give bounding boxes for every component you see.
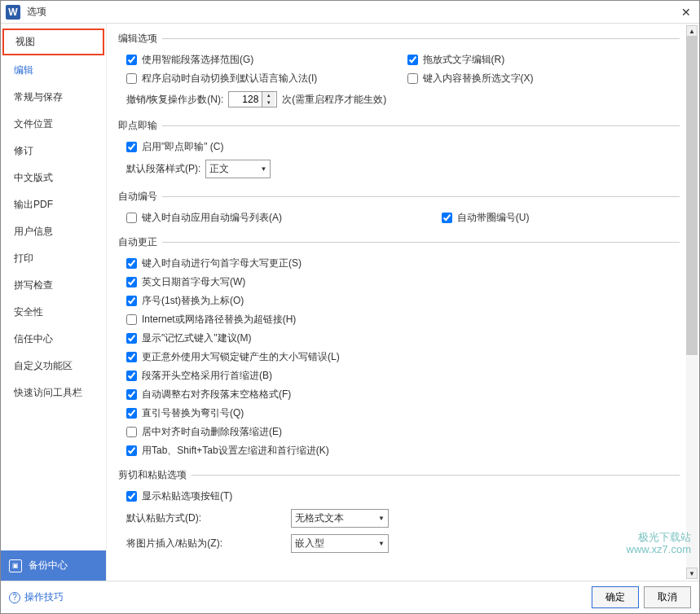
scroll-up-icon[interactable]: ▲ — [686, 25, 698, 37]
chevron-down-icon: ▼ — [260, 165, 266, 173]
group-title-cutpaste: 剪切和粘贴选项 — [118, 468, 187, 482]
cancel-button[interactable]: 取消 — [644, 586, 691, 608]
scroll-down-icon[interactable]: ▼ — [686, 568, 698, 579]
checkbox-apply-list[interactable]: 键入时自动应用自动编号列表(A) — [126, 211, 282, 225]
checkbox-enable-clicktype[interactable]: 启用"即点即输" (C) — [126, 140, 224, 154]
backup-center-button[interactable]: ▣ 备份中心 — [1, 550, 106, 581]
sidebar-item-quicktoolbar[interactable]: 快速访问工具栏 — [1, 379, 106, 406]
sidebar-item-revision[interactable]: 修订 — [1, 138, 106, 164]
sidebar: 视图 编辑 常规与保存 文件位置 修订 中文版式 输出PDF 用户信息 打印 拼… — [1, 24, 107, 581]
sidebar-item-pdf[interactable]: 输出PDF — [1, 191, 106, 218]
undo-steps-input[interactable] — [229, 92, 262, 107]
options-window: W 选项 ✕ 视图 编辑 常规与保存 文件位置 修订 中文版式 输出PDF 用户… — [0, 0, 700, 614]
checkbox-circle-number[interactable]: 自动带圈编号(U) — [442, 211, 530, 225]
undo-label: 撤销/恢复操作步数(N): — [126, 93, 223, 107]
vertical-scrollbar[interactable]: ▲ ▼ — [686, 25, 698, 579]
close-icon[interactable]: ✕ — [678, 4, 694, 20]
default-paste-label: 默认粘贴方式(D): — [126, 511, 240, 525]
window-title: 选项 — [27, 5, 46, 19]
checkbox-straightquotes[interactable]: 直引号替换为弯引号(Q) — [126, 406, 244, 420]
checkbox-memorytype[interactable]: 显示"记忆式键入"建议(M) — [126, 331, 252, 345]
sidebar-item-view[interactable]: 视图 — [2, 29, 104, 55]
sidebar-item-spell[interactable]: 拼写检查 — [1, 272, 106, 299]
group-title-autocorrect: 自动更正 — [118, 235, 157, 249]
sidebar-item-filelocation[interactable]: 文件位置 — [1, 111, 106, 138]
default-style-label: 默认段落样式(P): — [126, 162, 200, 176]
checkbox-adjustspaces[interactable]: 自动调整右对齐段落末空格格式(F) — [126, 388, 291, 401]
app-logo: W — [6, 5, 20, 20]
group-title-clicktype: 即点即输 — [118, 119, 157, 133]
bottom-bar: ? 操作技巧 确定 取消 — [1, 581, 699, 613]
scroll-thumb[interactable] — [686, 37, 698, 355]
sidebar-item-general[interactable]: 常规与保存 — [1, 84, 106, 111]
undo-note: 次(需重启程序才能生效) — [282, 93, 386, 107]
checkbox-show-pastebtn[interactable]: 显示粘贴选项按钮(T) — [126, 489, 232, 503]
checkbox-drag-edit[interactable]: 拖放式文字编辑(R) — [407, 53, 505, 67]
sidebar-item-print[interactable]: 打印 — [1, 245, 106, 272]
content-area: 编辑选项 使用智能段落选择范围(G) 拖放式文字编辑(R) 程序启动时自动切换到… — [107, 24, 699, 581]
group-auto-correct: 自动更正 键入时自动进行句首字母大写更正(S) 英文日期首字母大写(W) 序号(… — [118, 235, 680, 460]
spin-down-icon[interactable]: ▼ — [262, 99, 275, 107]
sidebar-item-edit[interactable]: 编辑 — [1, 57, 106, 84]
chevron-down-icon: ▼ — [378, 515, 385, 522]
checkbox-endate[interactable]: 英文日期首字母大写(W) — [126, 275, 245, 289]
checkbox-smart-select[interactable]: 使用智能段落选择范围(G) — [126, 53, 253, 67]
image-paste-select[interactable]: 嵌入型 ▼ — [291, 534, 389, 553]
checkbox-ime-switch[interactable]: 程序启动时自动切换到默认语言输入法(I) — [126, 72, 317, 86]
backup-icon: ▣ — [9, 559, 22, 572]
group-click-type: 即点即输 启用"即点即输" (C) 默认段落样式(P): 正文 ▼ — [118, 119, 680, 182]
sidebar-item-customribbon[interactable]: 自定义功能区 — [1, 353, 106, 379]
group-title-autonumber: 自动编号 — [118, 190, 157, 204]
sidebar-item-chinese[interactable]: 中文版式 — [1, 164, 106, 191]
chevron-down-icon: ▼ — [378, 540, 385, 547]
checkbox-replace-selected[interactable]: 键入内容替换所选文字(X) — [407, 72, 534, 86]
ok-button[interactable]: 确定 — [592, 586, 639, 608]
checkbox-spaceindent[interactable]: 段落开头空格采用行首缩进(B) — [126, 369, 272, 383]
checkbox-centerindent[interactable]: 居中对齐时自动删除段落缩进(E) — [126, 425, 282, 439]
image-paste-label: 将图片插入/粘贴为(Z): — [126, 537, 240, 550]
checkbox-firstletter[interactable]: 键入时自动进行句首字母大写更正(S) — [126, 257, 302, 270]
default-paste-select[interactable]: 无格式文本 ▼ — [291, 509, 389, 528]
group-title-edit: 编辑选项 — [118, 32, 157, 46]
help-icon: ? — [9, 592, 20, 603]
tips-link[interactable]: ? 操作技巧 — [9, 590, 64, 604]
undo-steps-spinner[interactable]: ▲▼ — [228, 91, 277, 107]
spin-up-icon[interactable]: ▲ — [262, 92, 275, 99]
titlebar: W 选项 ✕ — [1, 1, 699, 24]
checkbox-hyperlink[interactable]: Internet或网络路径替换为超链接(H) — [126, 313, 296, 327]
group-edit-options: 编辑选项 使用智能段落选择范围(G) 拖放式文字编辑(R) 程序启动时自动切换到… — [118, 32, 680, 111]
group-cut-paste: 剪切和粘贴选项 显示粘贴选项按钮(T) 默认粘贴方式(D): 无格式文本 ▼ 将… — [118, 468, 680, 556]
sidebar-item-security[interactable]: 安全性 — [1, 299, 106, 326]
sidebar-item-trust[interactable]: 信任中心 — [1, 326, 106, 353]
checkbox-capslock[interactable]: 更正意外使用大写锁定键产生的大小写错误(L) — [126, 350, 340, 364]
checkbox-tabindent[interactable]: 用Tab、Shift+Tab设置左缩进和首行缩进(K) — [126, 444, 329, 458]
group-auto-number: 自动编号 键入时自动应用自动编号列表(A) 自动带圈编号(U) — [118, 190, 680, 227]
default-style-select[interactable]: 正文 ▼ — [205, 160, 271, 178]
sidebar-item-userinfo[interactable]: 用户信息 — [1, 218, 106, 245]
checkbox-ordinal[interactable]: 序号(1st)替换为上标(O) — [126, 294, 244, 308]
